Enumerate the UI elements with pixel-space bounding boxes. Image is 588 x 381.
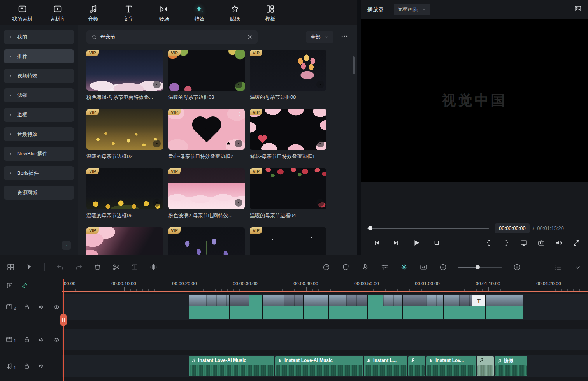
effect-card[interactable]: VIP爱心-母亲节日特效叠覆边框2 <box>168 109 245 160</box>
layout-button[interactable] <box>6 263 15 272</box>
slider-handle[interactable] <box>476 265 480 269</box>
effect-card[interactable]: VIP <box>168 227 245 255</box>
mixer-button[interactable] <box>380 263 389 272</box>
timeline-zoom-slider[interactable] <box>458 263 502 271</box>
download-icon[interactable] <box>316 81 324 88</box>
tab-贴纸[interactable]: 贴纸 <box>217 0 253 25</box>
video-clip-segment[interactable] <box>459 295 472 319</box>
add-media-icon[interactable] <box>6 282 13 289</box>
tab-文字[interactable]: 文字 <box>111 0 146 25</box>
video-clip-segment[interactable] <box>230 295 249 319</box>
video-clip-segment[interactable] <box>206 295 230 319</box>
texttool-button[interactable] <box>130 263 139 272</box>
audio-clip[interactable] <box>477 356 494 376</box>
sidebar-item-音频特效[interactable]: 音频特效 <box>4 127 74 141</box>
video-clip-segment[interactable] <box>263 295 284 319</box>
effect-card[interactable]: VIP温暖的母亲节边框04 <box>250 168 326 219</box>
seek-bar[interactable] <box>367 225 489 232</box>
gauge-button[interactable] <box>322 263 330 272</box>
search-box[interactable] <box>86 30 258 44</box>
download-icon[interactable] <box>153 81 161 88</box>
more-menu-icon[interactable] <box>236 111 243 118</box>
grid-scrollbar[interactable] <box>353 56 355 74</box>
audiowave-button[interactable] <box>149 263 158 272</box>
tab-转场[interactable]: 转场 <box>146 0 182 25</box>
timeline-ruler[interactable]: 00:0000:00:10:0000:00:20:0000:00:30:0000… <box>62 280 588 291</box>
zoomin-button[interactable] <box>513 263 521 272</box>
sidebar-item-NewBlue插件[interactable]: NewBlue插件 <box>4 147 74 161</box>
scissors-button[interactable] <box>112 263 120 272</box>
download-icon[interactable] <box>235 81 242 88</box>
sidebar-item-推荐[interactable]: 推荐 <box>4 49 74 63</box>
visibility-toggle[interactable] <box>53 303 60 311</box>
video-clip-segment[interactable] <box>426 295 444 319</box>
visibility-toggle[interactable] <box>53 336 60 344</box>
zoomout-button[interactable] <box>439 263 447 272</box>
trackgrid-button[interactable] <box>554 263 562 272</box>
lock-toggle[interactable] <box>23 336 31 344</box>
tab-音频[interactable]: 音频 <box>75 0 111 25</box>
clear-search-icon[interactable] <box>247 34 253 40</box>
lock-toggle[interactable] <box>23 303 31 311</box>
effect-card[interactable]: VIP鲜花-母亲节日特效叠覆边框1 <box>250 109 326 160</box>
effect-card[interactable]: VIP <box>250 227 326 255</box>
fullscreen-button[interactable] <box>572 239 580 247</box>
framearrows-button[interactable] <box>419 263 428 272</box>
audio-clip[interactable]: 慵懒... <box>495 356 527 376</box>
sidebar-item-视频特效[interactable]: 视频特效 <box>4 69 74 83</box>
download-icon[interactable] <box>153 140 161 147</box>
quality-dropdown[interactable]: 完整画质 <box>394 4 430 15</box>
video-clip-segment[interactable] <box>346 295 368 319</box>
effect-card[interactable]: VIP温暖的母亲节边框02 <box>86 109 163 160</box>
audio-clip[interactable]: Instant Love-AI Music <box>189 356 274 376</box>
collapse-sidebar-button[interactable] <box>62 241 71 250</box>
video-clip-segment[interactable]: T <box>472 295 486 319</box>
tab-我的素材[interactable]: 我的素材 <box>5 0 40 25</box>
effect-card[interactable]: VIP粉色波浪2-母亲节电商特效... <box>168 168 245 219</box>
caret-button[interactable] <box>573 263 582 272</box>
sidebar-item-滤镜[interactable]: 滤镜 <box>4 88 74 102</box>
play-button[interactable] <box>412 238 421 248</box>
audio-clip[interactable]: Instant Lov... <box>426 356 476 376</box>
sidebar-item-资源商城[interactable]: 资源商城 <box>4 186 74 200</box>
screen-button[interactable] <box>520 239 528 247</box>
video-clip-segment[interactable] <box>189 295 206 319</box>
brace-open-button[interactable] <box>485 239 493 247</box>
effect-card[interactable]: VIP温暖的母亲节边框08 <box>250 50 326 101</box>
sidebar-item-边框[interactable]: 边框 <box>4 108 74 122</box>
preview-image-button[interactable] <box>574 5 582 14</box>
playhead-grip[interactable] <box>60 314 67 326</box>
search-input[interactable] <box>100 34 244 40</box>
camera-button[interactable] <box>537 239 545 247</box>
nextframe-button[interactable] <box>392 239 400 247</box>
stop-button[interactable] <box>433 239 441 247</box>
seek-knob[interactable] <box>368 226 372 230</box>
effect-card[interactable]: VIP温暖的母亲节边框06 <box>86 168 163 219</box>
download-icon[interactable] <box>316 199 324 207</box>
mark-button[interactable] <box>400 263 408 272</box>
download-icon[interactable] <box>235 199 242 207</box>
video-clip-segment[interactable] <box>444 295 459 319</box>
download-icon[interactable] <box>153 199 161 207</box>
mute-toggle[interactable] <box>38 303 46 311</box>
audio-clip[interactable] <box>408 356 425 376</box>
video-clip-segment[interactable] <box>249 295 263 319</box>
playhead[interactable] <box>63 279 64 381</box>
mic-button[interactable] <box>361 263 369 272</box>
sidebar-item-我的[interactable]: 我的 <box>4 30 74 44</box>
link-icon[interactable] <box>21 282 28 289</box>
sidebar-item-Boris插件[interactable]: Boris插件 <box>4 166 74 180</box>
effect-card[interactable]: VIP粉色海浪-母亲节电商特效叠... <box>86 50 163 101</box>
video-clip-segment[interactable] <box>329 295 346 319</box>
favorite-icon[interactable] <box>225 140 232 147</box>
video-clip-segment[interactable] <box>368 295 383 319</box>
trash-button[interactable] <box>93 263 102 272</box>
more-options-button[interactable] <box>341 32 348 42</box>
cursor-button[interactable] <box>25 263 33 272</box>
video-clip-segment[interactable] <box>284 295 304 319</box>
volume-button[interactable] <box>555 239 563 247</box>
brace-close-button[interactable] <box>502 239 510 247</box>
mute-toggle[interactable] <box>38 362 46 370</box>
undo-button[interactable] <box>56 263 64 272</box>
prevframe-button[interactable] <box>373 239 381 247</box>
